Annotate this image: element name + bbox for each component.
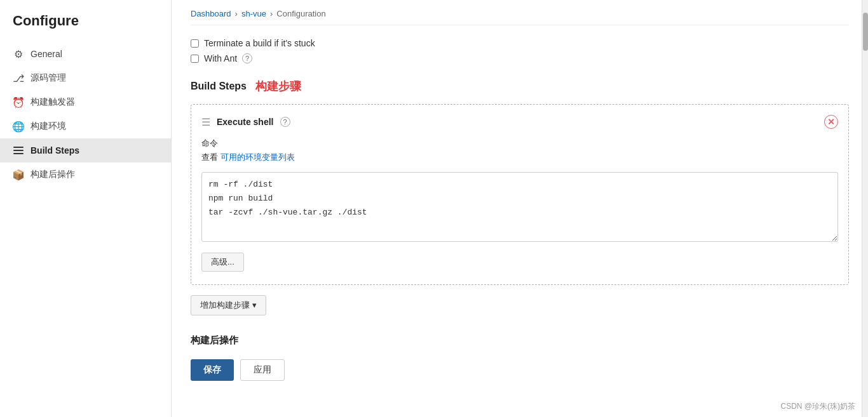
sidebar: Configure ⚙ General ⎇ 源码管理 ⏰ 构建触发器 🌐 构建环…: [0, 0, 172, 417]
list-icon: [13, 145, 24, 156]
command-field-label: 命令: [201, 138, 838, 149]
terminate-label: Terminate a build if it's stuck: [204, 38, 315, 48]
execute-shell-title: Execute shell: [217, 117, 274, 127]
build-steps-annotation: 构建步骤: [255, 79, 301, 94]
drag-handle-icon[interactable]: ☰: [201, 116, 210, 128]
env-link-prefix: 查看: [201, 152, 218, 162]
step-card-header: ☰ Execute shell ? ✕: [201, 115, 838, 129]
scrollbar-thumb[interactable]: [863, 13, 868, 51]
scrollbar-track: [862, 0, 868, 417]
main-content: Dashboard › sh-vue › Configuration Termi…: [172, 0, 868, 417]
action-buttons: 保存 应用: [191, 359, 849, 381]
sidebar-item-general[interactable]: ⚙ General: [0, 42, 171, 66]
clock-icon: ⏰: [13, 96, 24, 108]
command-textarea[interactable]: rm -rf ./dist npm run build tar -zcvf ./…: [201, 172, 838, 242]
sidebar-item-label: 构建环境: [31, 121, 66, 132]
with-ant-help-icon[interactable]: ?: [242, 53, 252, 63]
advanced-button[interactable]: 高级...: [201, 253, 244, 272]
sidebar-item-source[interactable]: ⎇ 源码管理: [0, 66, 171, 90]
breadcrumb: Dashboard › sh-vue › Configuration: [191, 0, 849, 25]
gear-icon: ⚙: [13, 48, 24, 60]
sidebar-item-label: General: [31, 49, 62, 59]
sidebar-title: Configure: [0, 13, 171, 42]
svg-rect-0: [13, 147, 24, 148]
step-close-button[interactable]: ✕: [824, 115, 838, 129]
execute-shell-help-icon[interactable]: ?: [280, 117, 290, 127]
build-steps-header: Build Steps 构建步骤: [191, 79, 849, 94]
step-title-area: ☰ Execute shell ?: [201, 116, 290, 128]
breadcrumb-dashboard[interactable]: Dashboard: [191, 9, 231, 18]
breadcrumb-current: Configuration: [276, 9, 325, 18]
sidebar-item-env[interactable]: 🌐 构建环境: [0, 114, 171, 138]
terminate-checkbox-row: Terminate a build if it's stuck: [191, 38, 849, 48]
post-build-title: 构建后操作: [191, 334, 849, 347]
sidebar-item-triggers[interactable]: ⏰ 构建触发器: [0, 90, 171, 114]
sidebar-item-post-build[interactable]: 📦 构建后操作: [0, 162, 171, 187]
sidebar-item-label: 构建触发器: [31, 96, 75, 108]
apply-button[interactable]: 应用: [240, 359, 285, 381]
sidebar-item-label: 构建后操作: [31, 169, 75, 180]
watermark: CSDN @珍朱(珠)奶茶: [780, 401, 855, 412]
sidebar-item-label: Build Steps: [31, 145, 79, 156]
env-link-row: 查看 可用的环境变量列表: [201, 152, 838, 168]
globe-icon: 🌐: [13, 121, 24, 132]
svg-rect-2: [13, 153, 24, 154]
with-ant-label: With Ant: [204, 53, 237, 63]
save-button[interactable]: 保存: [191, 359, 234, 381]
branch-icon: ⎇: [13, 72, 24, 84]
svg-rect-1: [13, 150, 24, 151]
breadcrumb-sh-vue[interactable]: sh-vue: [241, 9, 266, 18]
sidebar-item-build-steps[interactable]: Build Steps: [0, 138, 171, 162]
build-steps-title: Build Steps: [191, 81, 247, 92]
add-build-step-button[interactable]: 增加构建步骤 ▾: [191, 295, 266, 315]
with-ant-checkbox-row: With Ant ?: [191, 53, 849, 63]
package-icon: 📦: [13, 169, 24, 180]
sidebar-item-label: 源码管理: [31, 72, 66, 84]
env-variables-link[interactable]: 可用的环境变量列表: [220, 152, 295, 163]
terminate-checkbox[interactable]: [191, 39, 199, 48]
execute-shell-card: ☰ Execute shell ? ✕ 命令 查看 可用的环境变量列表 rm -…: [191, 104, 849, 285]
with-ant-checkbox[interactable]: [191, 55, 199, 63]
